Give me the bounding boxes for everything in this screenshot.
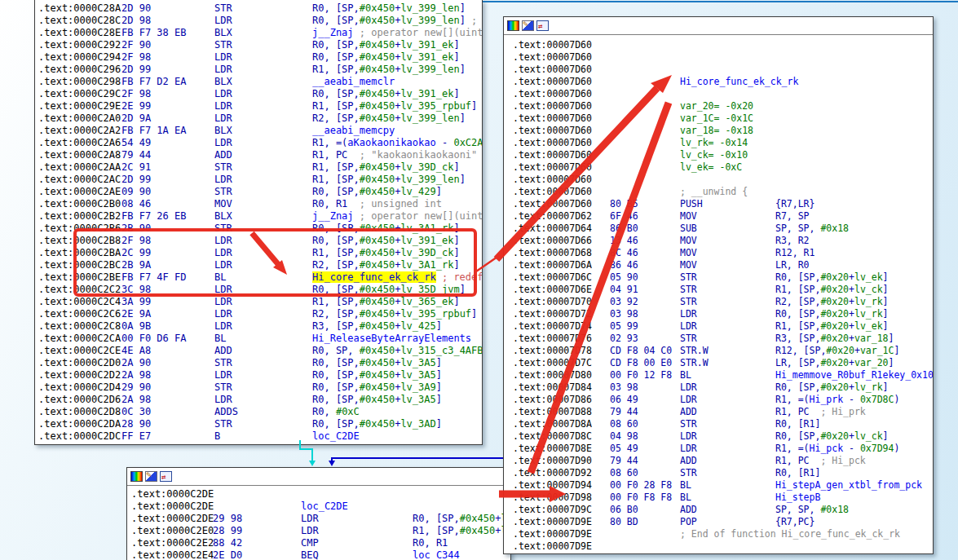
asm-row[interactable]: .text:00007D60lv_ek= -0xC [504,161,933,174]
asm-row[interactable]: .text:0000C2C80A 9BLDRR3, [SP,#0x450+lv_… [35,320,482,333]
asm-row[interactable]: .text:00007D8879 44ADDR1, PC ; Hi_prk [504,406,933,418]
asm-row[interactable]: .text:00007D60 [504,88,933,100]
asm-row[interactable]: .text:0000C2A879 44ADDR1, PC ; "kaokaoni… [35,149,482,161]
asm-row[interactable]: .text:0000C2AE09 90STRR0, [SP,#0x450+lv_… [35,186,482,198]
asm-row[interactable]: .text:00007D60; __unwind { [504,186,933,198]
asm-row[interactable]: .text:00007D626F 46MOVR7, SP [504,210,933,223]
background-window-edge [476,1,958,2]
asm-row[interactable]: .text:0000C2942F 98LDRR0, [SP,#0x450+lv_… [35,51,482,64]
asm-row[interactable]: .text:00007D60 [504,51,933,64]
asm-row[interactable]: .text:00007D60 [504,64,933,76]
asm-row[interactable]: .text:0000C2CE4E A8ADDR0, SP, #0x450+lv_… [35,345,482,357]
disassembly-window-bottom: .text:0000C2DE.text:0000C2DEloc_C2DE.tex… [126,467,511,560]
asm-row[interactable]: .text:00007D6613 46MOVR3, R2 [504,235,933,247]
disassembly-listing-bottom: .text:0000C2DE.text:0000C2DEloc_C2DE.tex… [127,488,510,560]
asm-row[interactable]: .text:00007D78CD F8 04 C0STR.WR12, [SP,#… [504,345,933,357]
asm-row[interactable]: .text:00007D7003 92STRR2, [SP,#0x20+lv_r… [504,296,933,308]
window-toolbar [127,468,510,486]
asm-row[interactable]: .text:00007D9079 44ADDR1, PC ; Hi_pck [504,455,933,467]
asm-row[interactable]: .text:00007D60 [504,39,933,51]
asm-row[interactable]: .text:0000C2B008 46MOVR0, R1 ; unsigned … [35,198,482,210]
asm-row[interactable]: .text:00007D8606 49LDRR1, =(Hi_prk - 0x7… [504,394,933,406]
asm-row[interactable]: .text:0000C2DA28 90STRR0, [SP,#0x450+lv_… [35,418,482,430]
asm-row[interactable]: .text:00007D7602 93STRR3, [SP,#0x20+var_… [504,333,933,345]
asm-row[interactable]: .text:0000C2A02D 9ALDRR2, [SP,#0x450+lv_… [35,112,482,125]
asm-row[interactable]: .text:0000C2DCFF E7Bloc_C2DE [35,430,482,443]
asm-row[interactable]: .text:0000C2C43A 99LDRR1, [SP,#0x450+lv_… [35,296,482,308]
asm-row[interactable]: .text:00007D8C04 98LDRR0, [SP,#0x20+lv_c… [504,430,933,443]
asm-row[interactable]: .text:0000C29C2F 98LDRR0, [SP,#0x450+lv_… [35,88,482,100]
asm-row[interactable]: .text:00007D9400 F0 28 F8BLHi_stepA_gen_… [504,479,933,492]
asm-row[interactable]: .text:00007D8403 98LDRR0, [SP,#0x20+lv_r… [504,381,933,394]
asm-row[interactable]: .text:00007D6486 B0SUBSP, SP, #0x18 [504,223,933,235]
asm-row[interactable]: .text:0000C2D80C 30ADDSR0, #0xC [35,406,482,418]
ida-workspace: .text:0000C28A2D 90STRR0, [SP,#0x450+lv_… [0,0,958,560]
asm-row[interactable]: .text:00007D8E05 49LDRR1, =(Hi_pck - 0x7… [504,443,933,455]
asm-row[interactable]: .text:0000C29E2E 99LDRR1, [SP,#0x450+lv_… [35,100,482,112]
window-arrange-icon[interactable] [160,471,172,482]
asm-row[interactable]: .text:00007D9E [504,540,933,553]
asm-row[interactable]: .text:00007D6080 B5PUSH{R7,LR} [504,198,933,210]
asm-row[interactable]: .text:00007D9E; End of function Hi_core_… [504,528,933,540]
asm-row[interactable]: .text:0000C2D22A 98LDRR0, [SP,#0x450+lv_… [35,369,482,381]
asm-row[interactable]: .text:0000C2BC2B 9ALDRR2, [SP,#0x450+lv_… [35,259,482,271]
disassembly-listing-main: .text:0000C28A2D 90STRR0, [SP,#0x450+lv_… [35,2,482,443]
asm-row[interactable]: .text:00007D9C06 B0ADDSP, SP, #0x18 [504,504,933,516]
window-arrange-icon[interactable] [536,20,549,31]
asm-row[interactable]: .text:00007D9E80 BDPOP{R7,PC} [504,516,933,528]
asm-row[interactable]: .text:00007D6E04 91STRR1, [SP,#0x20+lv_c… [504,284,933,296]
asm-row[interactable]: .text:00007D9208 60STRR0, [R1] [504,467,933,479]
edit-pencil-icon[interactable] [145,471,157,482]
asm-row[interactable]: .text:0000C28EFB F7 38 EBBLXj__Znaj ; op… [35,27,482,39]
asm-row[interactable]: .text:0000C2A654 49LDRR1, =(aKaokaonikao… [35,137,482,149]
asm-row[interactable]: .text:0000C2B2FB F7 26 EBBLXj__Znaj ; op… [35,210,482,223]
asm-row[interactable]: .text:00007D60var_1C= -0x1C [504,112,933,125]
asm-row[interactable]: .text:00007D6A86 46MOVLR, R0 [504,259,933,271]
asm-row[interactable]: .text:0000C2D02A 90STRR0, [SP,#0x450+lv_… [35,357,482,369]
asm-row[interactable]: .text:00007D9800 F0 F8 F8BLHi_stepB [504,492,933,504]
disassembly-window-main: .text:0000C28A2D 90STRR0, [SP,#0x450+lv_… [34,0,483,445]
asm-row[interactable]: .text:0000C2E028 99LDRR1, [SP,#0x450+lv_… [127,525,510,537]
asm-row[interactable]: .text:00007D8A08 60STRR0, [R1] [504,418,933,430]
asm-row[interactable]: .text:0000C28A2D 90STRR0, [SP,#0x450+lv_… [35,2,482,15]
asm-row[interactable]: .text:00007D60 [504,174,933,186]
asm-row[interactable]: .text:00007D6C05 90STRR0, [SP,#0x20+lv_e… [504,271,933,284]
asm-row[interactable]: .text:00007D688C 46MOVR12, R1 [504,247,933,259]
asm-row[interactable]: .text:0000C2A2FB F7 1A EABLX__aeabi_memc… [35,125,482,137]
window-toolbar [504,17,933,35]
disassembly-window-right: .text:00007D60.text:00007D60.text:00007D… [503,16,934,554]
asm-row[interactable]: .text:0000C2DE [127,488,510,500]
asm-row[interactable]: .text:0000C28C2D 98LDRR0, [SP,#0x450+lv_… [35,15,482,27]
asm-row[interactable]: .text:0000C2AC2D 99LDRR1, [SP,#0x450+lv_… [35,174,482,186]
asm-row[interactable]: .text:00007D60lv_ck= -0x10 [504,149,933,161]
asm-row[interactable]: .text:0000C2922F 90STRR0, [SP,#0x450+lv_… [35,39,482,51]
asm-row[interactable]: .text:00007D60var_20= -0x20 [504,100,933,112]
asm-row[interactable]: .text:0000C2DE29 98LDRR0, [SP,#0x450+lv_… [127,513,510,525]
asm-row[interactable]: .text:00007D60lv_rk= -0x14 [504,137,933,149]
asm-row[interactable]: .text:0000C2E42E D0BEQloc_C344 [127,549,510,560]
asm-row[interactable]: .text:0000C2D429 90STRR0, [SP,#0x450+lv_… [35,381,482,394]
asm-row[interactable]: .text:0000C2C23C 98LDRR0, [SP,#0x450+lv_… [35,284,482,296]
palette-icon[interactable] [130,471,143,482]
asm-row[interactable]: .text:00007D60Hi_core_func_ek_ck_rk [504,76,933,88]
asm-row[interactable]: .text:0000C2D62A 98LDRR0, [SP,#0x450+lv_… [35,394,482,406]
asm-row[interactable]: .text:0000C2E288 42CMPR0, R1 [127,537,510,549]
asm-row[interactable]: .text:0000C298FB F7 D2 EABLX__aeabi_memc… [35,76,482,88]
asm-row[interactable]: .text:0000C2CA00 F0 D6 FABLHi_ReleaseByt… [35,333,482,345]
asm-row[interactable]: .text:0000C2B62B 90STRR0, [SP,#0x450+lv_… [35,223,482,235]
edit-pencil-icon[interactable] [522,20,534,31]
asm-row[interactable]: .text:00007D7CCD F8 00 E0STR.WLR, [SP,#0… [504,357,933,369]
disassembly-listing-right: .text:00007D60.text:00007D60.text:00007D… [504,39,933,553]
asm-row[interactable]: .text:00007D7405 99LDRR1, [SP,#0x20+lv_e… [504,320,933,333]
asm-row[interactable]: .text:0000C2AA2C 91STRR1, [SP,#0x450+lv_… [35,161,482,174]
asm-row[interactable]: .text:0000C2DEloc_C2DE [127,500,510,513]
asm-row[interactable]: .text:0000C2C62E 9ALDRR2, [SP,#0x450+lv_… [35,308,482,320]
asm-row[interactable]: .text:0000C2B82F 98LDRR0, [SP,#0x450+lv_… [35,235,482,247]
asm-row[interactable]: .text:00007D7203 98LDRR0, [SP,#0x20+lv_r… [504,308,933,320]
asm-row[interactable]: .text:0000C2962D 99LDRR1, [SP,#0x450+lv_… [35,64,482,76]
asm-row[interactable]: .text:0000C2BEFB F7 4F FDBLHi_core_func_… [35,271,482,284]
asm-row[interactable]: .text:00007D60var_18= -0x18 [504,125,933,137]
asm-row[interactable]: .text:00007D8000 F0 12 F8BLHi_memmove_R0… [504,369,933,381]
palette-icon[interactable] [507,20,519,31]
asm-row[interactable]: .text:0000C2BA2C 99LDRR1, [SP,#0x450+lv_… [35,247,482,259]
